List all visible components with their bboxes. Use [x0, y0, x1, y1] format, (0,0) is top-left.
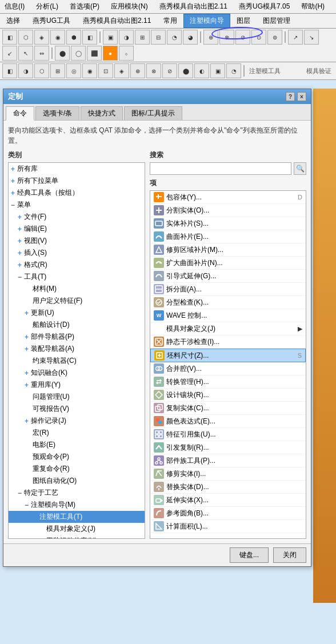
item-design-insert[interactable]: 设计镶块(R)... [150, 389, 306, 402]
tool-btn-5[interactable]: ⬢ [66, 30, 81, 45]
keyboard-button[interactable]: 键盘... [230, 547, 269, 563]
menu-modules[interactable]: 应用模块(N) [109, 1, 150, 12]
close-dialog-button[interactable]: 关闭 [273, 547, 306, 563]
tree-item-part-nav[interactable]: + 部件导航器(P) [9, 331, 145, 343]
tool-btn-r2-14[interactable]: ▣ [210, 63, 225, 78]
tree-item-mold-obj-def[interactable]: 模具对象定义(J) [9, 523, 145, 535]
tree-item-ship[interactable]: 船舶设计(D) [9, 319, 145, 331]
tab-common[interactable]: 常用 [157, 14, 183, 28]
tool-btn-16[interactable]: ⊙ [251, 30, 266, 45]
tool-btn-r2-8[interactable]: ◈ [114, 63, 129, 78]
tool-btn-23[interactable]: ⬤ [55, 46, 70, 61]
tool-btn-10[interactable]: ⊟ [151, 30, 166, 45]
item-solid-patch[interactable]: 实体补片(S)... [150, 217, 306, 230]
item-extend-surface[interactable]: 扩大曲面补片(N)... [150, 257, 306, 270]
tree-item-constraint-nav[interactable]: 约束导航器(C) [9, 355, 145, 367]
items-list[interactable]: 包容体(Y)... D 分割实体(O)... [150, 190, 306, 539]
tool-btn-20[interactable]: ↙ [2, 46, 17, 61]
tool-btn-r2-15[interactable]: ◔ [226, 63, 241, 78]
tool-btn-24[interactable]: ◯ [71, 46, 86, 61]
item-promote-copy[interactable]: 引发复制(R)... [150, 441, 306, 454]
help-button[interactable]: ? [286, 92, 295, 101]
tab-yanxiu-ug[interactable]: 燕秀UG工具 [26, 14, 77, 28]
tree-item-macro[interactable]: 宏(R) [9, 427, 145, 439]
tab-mold-wizard[interactable]: 注塑模向导 [183, 14, 230, 28]
item-calc-area[interactable]: 计算面积(L)... [150, 520, 306, 533]
menu-yanxiu-auto[interactable]: 燕秀模具自动出图2.11 [157, 1, 230, 12]
item-wave-control[interactable]: W WAVE 控制... [150, 309, 306, 322]
tool-btn-r2-7[interactable]: ⊡ [98, 63, 113, 78]
tool-btn-26[interactable]: ● [103, 46, 118, 61]
menu-prefs[interactable]: 首选项(P) [67, 1, 102, 12]
item-guided-extend[interactable]: 引导式延伸(G)... [150, 270, 306, 283]
tool-btn-6[interactable]: ◧ [82, 30, 97, 45]
menu-yanxiu-ug[interactable]: 燕秀UG模具7.05 [237, 1, 292, 12]
tree-item-menu[interactable]: − 菜单 [9, 199, 145, 211]
tool-btn-17[interactable]: ⊚ [267, 30, 282, 45]
tree-item-mold-tools[interactable]: 注塑模工具(T) [9, 511, 145, 523]
tree-item-asm-nav[interactable]: + 装配导航器(A) [9, 343, 145, 355]
tool-btn-14[interactable]: ⊗ [219, 30, 234, 45]
tab-command[interactable]: 命令 [6, 106, 34, 121]
tab-shortcuts[interactable]: 快捷方式 [81, 106, 123, 120]
tool-btn-r2-11[interactable]: ⊘ [162, 63, 177, 78]
tree-item-auto[interactable]: 图纸自动化(O) [9, 475, 145, 487]
tool-btn-27[interactable]: ⬦ [119, 46, 134, 61]
tool-btn-r2-4[interactable]: ⊞ [50, 63, 65, 78]
tool-btn-25[interactable]: ⬛ [87, 46, 102, 61]
tool-btn-18[interactable]: ↗ [288, 30, 303, 45]
tool-btn-r2-6[interactable]: ◉ [82, 63, 97, 78]
tree-item-all-libs[interactable]: + 所有库 [9, 163, 145, 175]
tab-yanxiu-auto[interactable]: 燕秀模具自动出图2.11 [77, 14, 157, 28]
menu-help[interactable]: 帮助(H) [299, 1, 327, 12]
tool-btn-8[interactable]: ◑ [119, 30, 134, 45]
tool-btn-r2-2[interactable]: ◑ [18, 63, 33, 78]
tree-item-materials[interactable]: 材料(M) [9, 283, 145, 295]
item-parting-check[interactable]: 分型检查(K)... [150, 296, 306, 309]
item-surface-patch[interactable]: 曲面补片(E)... [150, 230, 306, 243]
tree-item-udf[interactable]: 用户定义特征(F) [9, 295, 145, 307]
item-mold-obj-def[interactable]: 模具对象定义(J) ▶ [150, 322, 306, 335]
item-container[interactable]: 包容体(Y)... D [150, 191, 306, 204]
tree-item-visual[interactable]: 可视报告(V) [9, 403, 145, 415]
item-trim-region-patch[interactable]: 修剪区域补片(M)... [150, 243, 306, 257]
tool-btn-4[interactable]: ◉ [50, 30, 65, 45]
tool-btn-3[interactable]: ◈ [34, 30, 49, 45]
tree-item-preview[interactable]: 预观命令(P) [9, 451, 145, 463]
tree-item-update[interactable]: + 更新(U) [9, 307, 145, 319]
item-extend-solid[interactable]: 延伸实体(X)... [150, 494, 306, 507]
item-convert-mgr[interactable]: 转换管理(H)... [150, 375, 306, 389]
item-ref-fillet[interactable]: 参考圆角(B)... [150, 507, 306, 520]
tool-btn-r2-13[interactable]: ◐ [194, 63, 209, 78]
tree-item-repeat[interactable]: 重复命令(R) [9, 463, 145, 475]
tree-item-knowledge[interactable]: + 知识融合(K) [9, 367, 145, 379]
item-feature-refset[interactable]: 特征引用集(U)... [150, 428, 306, 441]
search-button[interactable]: 🔍 [294, 162, 306, 175]
tree-item-movie[interactable]: 电影(E) [9, 439, 145, 451]
close-button[interactable]: × [297, 92, 306, 101]
tree-item-motion-sim[interactable]: 工装运动仿真(U)... [9, 535, 145, 539]
item-split-solid[interactable]: 分割实体(O)... [150, 204, 306, 217]
item-trim-solid[interactable]: 修剪实体(I)... [150, 467, 306, 481]
item-static-clash[interactable]: 静态干涉检查(I)... [150, 335, 306, 349]
tree-item-classic[interactable]: + 经典工具条（按组） [9, 187, 145, 199]
tool-btn-7[interactable]: ▣ [103, 30, 118, 45]
tab-options[interactable]: 选项卡/条 [35, 106, 79, 120]
item-blank-size[interactable]: 坯料尺寸(Z)... S [150, 349, 306, 362]
tool-btn-9[interactable]: ⊞ [135, 30, 150, 45]
tool-btn-21[interactable]: ↖ [18, 46, 33, 61]
tool-btn-11[interactable]: ◔ [167, 30, 182, 45]
tree-item-file[interactable]: + 文件(F) [9, 211, 145, 223]
tool-btn-r2-12[interactable]: ⬤ [178, 63, 193, 78]
tree-item-reuse[interactable]: + 重用库(Y) [9, 379, 145, 391]
menu-info[interactable]: 信息(I) [2, 1, 27, 12]
item-part-family[interactable]: 部件族工具(P)... [150, 454, 306, 467]
tool-btn-22[interactable]: ⇔ [34, 46, 49, 61]
tab-select[interactable]: 选择 [0, 14, 26, 28]
tool-btn-19[interactable]: ↘ [304, 30, 319, 45]
tool-btn-12[interactable]: ◕ [183, 30, 198, 45]
tool-btn-13[interactable]: ⊕ [203, 30, 218, 45]
search-input[interactable] [150, 162, 291, 175]
tree-item-issues[interactable]: 问题管理(U) [9, 391, 145, 403]
tab-layer-mgr[interactable]: 图层管理 [257, 14, 297, 28]
